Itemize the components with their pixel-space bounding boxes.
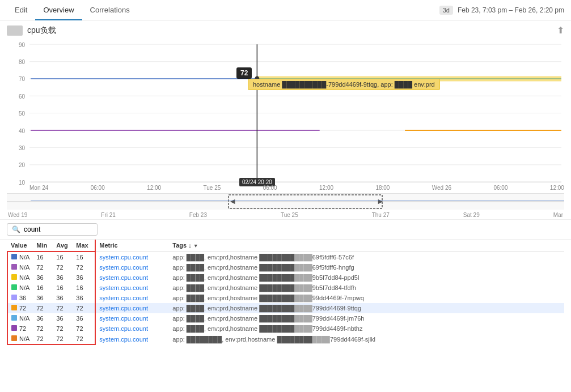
cell-min: 36 [33,293,53,303]
table-row: N/A 16 16 16 system.cpu.count app: ████,… [7,283,564,293]
table-row: 36 36 36 36 system.cpu.count app: ████, … [7,293,564,303]
cell-metric: system.cpu.count [95,293,169,303]
cell-max: 16 [73,283,95,293]
svg-text:30: 30 [19,144,25,151]
cell-metric: system.cpu.count [95,262,169,272]
cell-tags: app: ████, env:prd,hostname ████████████… [169,283,564,293]
svg-text:10: 10 [19,178,25,186]
cell-value: N/A [7,283,33,293]
mini-svg: ◄ ► [7,194,564,210]
table-row: N/A 72 72 72 system.cpu.count app: █████… [7,334,564,344]
chart-area: cpu负载 ⬆ 90 80 70 60 50 40 30 20 10 [0,20,571,220]
cell-max: 36 [73,293,95,303]
svg-text:►: ► [377,197,384,206]
search-icon: 🔍 [12,225,20,233]
cell-value: N/A [7,262,33,272]
table-row: 72 72 72 72 system.cpu.count app: ████, … [7,323,564,334]
cell-avg: 36 [53,272,73,283]
cell-max: 72 [73,303,95,313]
table-row: N/A 72 72 72 system.cpu.count app: ████,… [7,262,564,272]
table-row: 72 72 72 72 system.cpu.count app: ████, … [7,303,564,313]
cell-avg: 72 [53,262,73,272]
col-header-metric: Metric [95,240,169,252]
sort-icon[interactable]: ▼ [193,243,198,249]
cell-value: N/A [7,334,33,344]
main-chart: 90 80 70 60 50 40 30 20 10 02/24 [7,38,564,191]
cell-min: 72 [33,262,53,272]
cell-max: 72 [73,323,95,334]
search-area: 🔍 [0,220,571,240]
search-box: 🔍 [7,223,98,236]
table-header: Value Min Avg Max Metric Tags ↓ ▼ [7,240,564,252]
table-body: N/A 16 16 16 system.cpu.count app: ████,… [7,252,564,344]
table-container: Value Min Avg Max Metric Tags ↓ ▼ N/A 16… [0,240,571,350]
cell-min: 36 [33,313,53,323]
date-range-label: Feb 23, 7:03 pm – Feb 26, 2:20 pm [458,6,564,14]
col-header-tags: Tags ↓ ▼ [169,240,564,252]
tab-correlations[interactable]: Correlations [82,0,138,20]
cell-avg: 36 [53,313,73,323]
cell-tags: app: ████, env:prd,hostname ████████████… [169,272,564,283]
svg-text:50: 50 [19,110,25,117]
cell-value: N/A [7,252,33,262]
cell-value: 36 [7,293,33,303]
svg-text:60: 60 [19,92,25,100]
cell-min: 16 [33,283,53,293]
chart-icon [7,25,23,36]
nav-right: 3d Feb 23, 7:03 pm – Feb 26, 2:20 pm [439,6,564,15]
svg-text:20: 20 [19,161,25,169]
cell-metric: system.cpu.count [95,283,169,293]
cell-max: 72 [73,334,95,344]
cell-tags: app: ████, env:prd,hostname ████████████… [169,313,564,323]
svg-text:◄: ◄ [229,197,236,206]
table-row: N/A 16 16 16 system.cpu.count app: ████,… [7,252,564,262]
chart-svg: 90 80 70 60 50 40 30 20 10 [7,38,564,191]
cell-max: 72 [73,262,95,272]
upload-icon[interactable]: ⬆ [557,25,564,36]
mini-x-axis: Wed 19 Fri 21 Feb 23 Tue 25 Thu 27 Sat 2… [7,211,564,219]
cell-metric: system.cpu.count [95,272,169,283]
cell-tags: app: ████, env:prd,hostname ████████████… [169,323,564,334]
cell-value: 72 [7,303,33,313]
cell-avg: 16 [53,283,73,293]
cell-tags: app: ████████, env:prd,hostname ████████… [169,334,564,344]
col-header-min: Min [33,240,53,252]
svg-text:90: 90 [19,41,25,48]
time-range-badge[interactable]: 3d [439,6,453,15]
tab-overview[interactable]: Overview [35,0,82,20]
cell-metric: system.cpu.count [95,303,169,313]
chart-title-text: cpu负载 [27,25,56,36]
tab-edit[interactable]: Edit [7,0,35,20]
search-input[interactable] [24,225,81,233]
chart-title: cpu负载 [7,25,56,36]
svg-text:80: 80 [19,58,25,66]
cell-avg: 72 [53,303,73,313]
cell-tags: app: ████, env:prd,hostname ████████████… [169,293,564,303]
cell-value: 72 [7,323,33,334]
col-header-avg: Avg [53,240,73,252]
cell-max: 36 [73,272,95,283]
svg-text:40: 40 [19,127,25,134]
cell-avg: 16 [53,252,73,262]
mini-timeline: ◄ ► Wed 19 Fri 21 Feb 23 Tue 25 Thu 27 S… [7,193,564,219]
cell-min: 16 [33,252,53,262]
cell-value: N/A [7,313,33,323]
cell-tags: app: ████, env:prd,hostname ████████████… [169,262,564,272]
cell-avg: 36 [53,293,73,303]
col-header-value: Value [7,240,33,252]
cell-metric: system.cpu.count [95,313,169,323]
cell-tags: app: ████, env:prd,hostname ████████████… [169,303,564,313]
svg-text:70: 70 [19,75,25,83]
top-nav: Edit Overview Correlations 3d Feb 23, 7:… [0,0,571,20]
cell-min: 72 [33,334,53,344]
cell-value: N/A [7,272,33,283]
chart-x-axis: Mon 24 06:00 12:00 Tue 25 06:00 12:00 18… [29,185,564,191]
cell-avg: 72 [53,323,73,334]
col-header-max: Max [73,240,95,252]
cell-metric: system.cpu.count [95,252,169,262]
cell-min: 72 [33,303,53,313]
cell-tags: app: ████, env:prd,hostname ████████████… [169,252,564,262]
cell-avg: 72 [53,334,73,344]
cell-metric: system.cpu.count [95,323,169,334]
metrics-table: Value Min Avg Max Metric Tags ↓ ▼ N/A 16… [7,240,564,345]
